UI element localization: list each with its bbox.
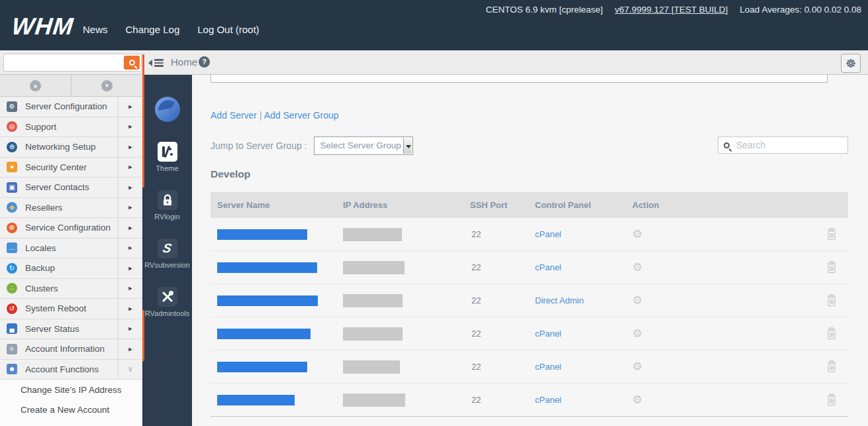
sidebar-item-system-reboot[interactable]: ↺System Reboot► xyxy=(0,299,142,319)
strip-item-label: Theme xyxy=(142,164,192,172)
sidebar-item-account-information[interactable]: ≡Account Information► xyxy=(0,339,142,360)
sphere-logo-icon[interactable] xyxy=(153,95,182,124)
server-status-icon: ▄ xyxy=(7,323,17,334)
server-group-select[interactable]: Select Server Group xyxy=(314,136,413,155)
server-name-link-redacted[interactable] xyxy=(217,362,307,372)
plugin-icon-strip: ThemeRVloginSRVsubversionRVadmintools xyxy=(142,75,192,426)
expand-arrow-icon[interactable]: ► xyxy=(128,244,134,251)
load-averages: Load Averages: 0.00 0.02 0.08 xyxy=(740,5,861,15)
strip-item-rvlogin[interactable]: RVlogin xyxy=(142,190,192,221)
column-header-control-panel[interactable]: Control Panel xyxy=(535,192,591,218)
strip-item-rvadmintools[interactable]: RVadmintools xyxy=(142,287,192,317)
collapse-sidebar-icon[interactable] xyxy=(148,58,164,68)
expand-arrow-icon[interactable]: ► xyxy=(128,123,134,130)
sidebar-category-list: ⚙Server Configuration►◎Support►⊕Networki… xyxy=(0,97,142,380)
server-name-link-redacted[interactable] xyxy=(217,329,311,339)
top-nav-log-out-root[interactable]: Log Out (root) xyxy=(197,24,259,35)
expand-arrow-icon[interactable]: ► xyxy=(128,204,134,211)
expand-arrow-icon[interactable]: ► xyxy=(128,305,134,312)
settings-gear-icon[interactable]: ⚙ xyxy=(632,350,642,384)
sidebar-item-networking-setup[interactable]: ⊕Networking Setup► xyxy=(0,137,142,158)
subversion-icon[interactable]: S xyxy=(158,239,177,258)
add-server-link[interactable]: Add Server xyxy=(211,110,257,121)
ip-address-redacted xyxy=(343,327,403,341)
expand-arrow-icon[interactable]: ► xyxy=(128,265,134,272)
sidebar-item-account-functions[interactable]: ☻Account Functions∨ xyxy=(0,360,142,380)
sidebar-subitem-change-site-s-ip-address[interactable]: Change Site’s IP Address xyxy=(0,380,142,399)
control-panel-link[interactable]: cPanel xyxy=(535,251,561,284)
control-panel-link[interactable]: cPanel xyxy=(535,350,561,384)
settings-gear-icon[interactable]: ⚙ xyxy=(632,218,642,251)
ip-address-redacted xyxy=(343,294,403,307)
column-header-ssh-port[interactable]: SSH Port xyxy=(470,192,507,218)
strip-item-rvsubversion[interactable]: SRVsubversion xyxy=(142,239,192,269)
settings-gear-icon[interactable]: ⚙ xyxy=(632,284,642,317)
sidebar-subitem-create-a-new-account[interactable]: Create a New Account xyxy=(0,399,142,419)
control-panel-link[interactable]: Direct Admin xyxy=(535,284,584,317)
delete-trash-icon[interactable] xyxy=(827,394,836,409)
settings-gear-icon[interactable]: ⚙ xyxy=(632,317,642,350)
control-panel-link[interactable]: cPanel xyxy=(535,317,561,350)
sidebar-item-server-contacts[interactable]: ▣Server Contacts► xyxy=(0,178,142,198)
sidebar-item-backup[interactable]: ↻Backup► xyxy=(0,258,142,279)
control-panel-link[interactable]: cPanel xyxy=(535,218,561,251)
expand-arrow-icon[interactable]: ► xyxy=(128,225,134,231)
server-name-link-redacted[interactable] xyxy=(217,295,318,306)
sidebar-subitem-email-all-users[interactable]: Email All Users xyxy=(0,419,142,426)
column-header-server-name[interactable]: Server Name xyxy=(217,192,270,218)
resellers-icon: ◆ xyxy=(7,202,17,213)
expand-arrow-icon[interactable]: ► xyxy=(128,184,134,191)
help-icon[interactable]: ? xyxy=(199,56,210,68)
sidebar-item-security-center[interactable]: ●Security Center► xyxy=(0,158,142,178)
column-header-ip-address[interactable]: IP Address xyxy=(343,192,387,218)
table-search-input[interactable] xyxy=(736,140,836,150)
sidebar-item-clusters[interactable]: ∴Clusters► xyxy=(0,279,142,299)
server-name-link-redacted[interactable] xyxy=(217,262,317,273)
expand-arrow-icon[interactable]: ► xyxy=(128,144,134,150)
sidebar-search-input[interactable] xyxy=(7,55,121,70)
strip-item-theme[interactable]: Theme xyxy=(142,142,192,172)
ssh-port-value: 22 xyxy=(471,251,481,284)
column-header-action[interactable]: Action xyxy=(632,192,659,218)
account-functions-icon: ☻ xyxy=(7,364,17,374)
server-name-link-redacted[interactable] xyxy=(217,395,295,405)
scroll-up-button[interactable]: ▲ xyxy=(0,75,72,96)
control-panel-link[interactable]: cPanel xyxy=(535,384,561,417)
delete-trash-icon[interactable] xyxy=(827,327,836,343)
version-link[interactable]: v67.9999.127 [TEST BUILD] xyxy=(614,5,728,15)
scroll-down-button[interactable]: ▼ xyxy=(72,75,142,96)
delete-trash-icon[interactable] xyxy=(827,228,836,243)
sidebar-item-resellers[interactable]: ◆Resellers► xyxy=(0,198,142,219)
sidebar-item-locales[interactable]: …Locales► xyxy=(0,239,142,259)
search-button[interactable] xyxy=(124,56,140,70)
sidebar-item-service-configuration[interactable]: ⚙Service Configuration► xyxy=(0,218,142,239)
table-search-icon xyxy=(724,142,730,148)
lock-icon[interactable] xyxy=(158,190,177,210)
system-info-bar: CENTOS 6.9 kvm [cprelease] v67.9999.127 … xyxy=(486,5,861,15)
expand-arrow-icon[interactable]: ► xyxy=(128,285,134,292)
expand-arrow-icon[interactable]: ► xyxy=(128,164,134,170)
add-server-group-link[interactable]: Add Server Group xyxy=(264,110,339,121)
sidebar-item-server-status[interactable]: ▄Server Status► xyxy=(0,319,142,340)
expand-arrow-icon[interactable]: ► xyxy=(128,103,134,110)
expand-arrow-icon[interactable]: ► xyxy=(128,325,134,332)
settings-gear-icon[interactable]: ⚙ xyxy=(632,251,642,284)
whm-logo[interactable]: WHM xyxy=(11,13,75,40)
server-contacts-icon: ▣ xyxy=(7,182,17,193)
theme-icon[interactable] xyxy=(158,142,177,162)
server-name-link-redacted[interactable] xyxy=(217,229,307,240)
select-dropdown-arrow-icon[interactable] xyxy=(403,138,412,154)
delete-trash-icon[interactable] xyxy=(827,360,836,376)
breadcrumb-home[interactable]: Home xyxy=(171,56,197,68)
expand-arrow-icon[interactable]: ► xyxy=(128,346,134,352)
chevron-down-icon[interactable]: ∨ xyxy=(128,364,134,374)
sidebar-item-server-configuration[interactable]: ⚙Server Configuration► xyxy=(0,97,142,117)
settings-gear-icon[interactable]: ⚙ xyxy=(632,384,642,417)
sidebar-item-support[interactable]: ◎Support► xyxy=(0,117,142,138)
top-nav-news[interactable]: News xyxy=(83,24,108,35)
delete-trash-icon[interactable] xyxy=(827,261,836,276)
admin-tools-icon[interactable] xyxy=(158,287,177,307)
delete-trash-icon[interactable] xyxy=(827,294,836,309)
support-lifebuoy-button[interactable]: ☸ xyxy=(841,54,861,73)
top-nav-change-log[interactable]: Change Log xyxy=(125,24,179,35)
